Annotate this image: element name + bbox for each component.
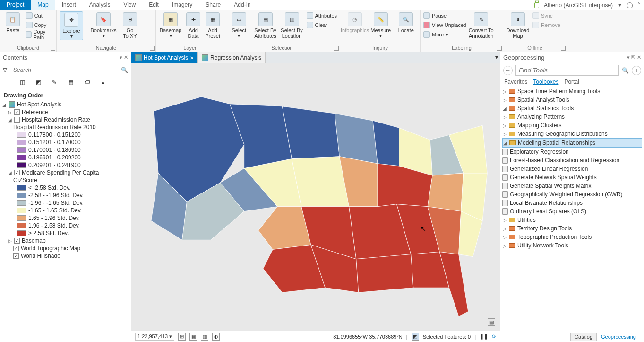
checkbox-icon[interactable]: ✓ bbox=[13, 246, 19, 251]
toolset-utilities[interactable]: ▷Utilities bbox=[502, 216, 642, 224]
autohide-icon[interactable]: ▾ ✕ bbox=[120, 54, 128, 61]
autohide-icon[interactable]: ▾ ⇱ ✕ bbox=[627, 54, 641, 61]
checkbox-icon[interactable]: ✓ bbox=[14, 109, 20, 115]
basemap-topo[interactable]: ✓World Topographic Map bbox=[2, 245, 129, 252]
gp-tool[interactable]: Local Bivariate Relationships bbox=[502, 199, 642, 207]
view-unplaced-button[interactable]: View Unplaced bbox=[423, 21, 466, 29]
cut-button[interactable]: Cut bbox=[26, 11, 53, 20]
contents-search-input[interactable] bbox=[10, 65, 118, 75]
map-tab-regression[interactable]: Regression Analysis bbox=[198, 52, 266, 63]
tab-view[interactable]: View bbox=[117, 0, 142, 10]
add-data-button[interactable]: ✚Add Data bbox=[185, 11, 201, 40]
grid-icon[interactable]: ▦ bbox=[189, 333, 197, 341]
convert-annotation-button[interactable]: ✎Convert To Annotation bbox=[469, 11, 493, 40]
dock-tab-geoprocessing[interactable]: Geoprocessing bbox=[597, 333, 640, 341]
gp-tool[interactable]: Generalized Linear Regression bbox=[502, 165, 642, 173]
bookmarks-button[interactable]: 🔖Bookmarks▾ bbox=[92, 11, 115, 39]
more-labeling-button[interactable]: More▾ bbox=[423, 30, 466, 39]
gp-tool[interactable]: Generate Spatial Weights Matrix bbox=[502, 182, 642, 190]
dock-tab-catalog[interactable]: Catalog bbox=[570, 333, 597, 341]
map-canvas[interactable]: ↖ ▤ bbox=[131, 63, 500, 331]
toolbox-node[interactable]: ▷Utility Network Tools bbox=[502, 241, 642, 250]
toolbox-node[interactable]: ▷Spatial Analyst Tools bbox=[502, 96, 642, 104]
toolbox-node[interactable]: ▷Territory Design Tools bbox=[502, 224, 642, 233]
scale-combo[interactable]: 1:22,957,413 ▾ bbox=[135, 333, 174, 341]
basemap-node[interactable]: ▷✓Basemap bbox=[2, 237, 129, 245]
explore-button[interactable]: ✥Explore▾ bbox=[60, 11, 83, 40]
gp-tool[interactable]: Ordinary Least Squares (OLS) bbox=[502, 207, 642, 216]
toolset-node[interactable]: ▷Mapping Clusters bbox=[502, 121, 642, 130]
tab-insert[interactable]: Insert bbox=[55, 0, 83, 10]
select-by-loc-button[interactable]: ▥Select By Location bbox=[280, 11, 304, 40]
tab-share[interactable]: Share bbox=[199, 0, 227, 10]
map-tab-hotspot[interactable]: Hot Spot Analysis✕ bbox=[131, 52, 198, 63]
map-node[interactable]: ◢Hot Spot Analysis bbox=[2, 101, 129, 108]
labeling-launcher[interactable] bbox=[497, 46, 502, 51]
back-icon[interactable]: ← bbox=[503, 66, 513, 75]
list-labeling-icon[interactable]: 🏷 bbox=[84, 79, 94, 88]
tab-addin[interactable]: Add-In bbox=[227, 0, 257, 10]
remove-button[interactable]: Remove bbox=[532, 21, 560, 29]
toolbox-node[interactable]: ▷Space Time Pattern Mining Tools bbox=[502, 87, 642, 96]
snap-icon[interactable]: ⊞ bbox=[178, 333, 186, 341]
gp-tool[interactable]: Forest-based Classification and Regressi… bbox=[502, 156, 642, 165]
copy-button[interactable]: Copy bbox=[26, 21, 53, 29]
collapse-ribbon-icon[interactable]: ˄ bbox=[637, 2, 640, 9]
pause-draw-icon[interactable]: ❚❚ bbox=[480, 333, 488, 340]
checkbox-icon[interactable]: ✓ bbox=[14, 238, 20, 244]
copypath-button[interactable]: Copy Path bbox=[26, 30, 53, 39]
gp-tab-toolboxes[interactable]: Toolboxes bbox=[533, 79, 558, 85]
tab-map[interactable]: Map bbox=[31, 0, 55, 10]
gp-tool[interactable]: Generate Network Spatial Weights bbox=[502, 173, 642, 182]
navigate-launcher[interactable] bbox=[150, 46, 155, 51]
dynamic-icon[interactable]: ▥ bbox=[201, 333, 208, 341]
constraint-icon[interactable]: ▤ bbox=[488, 318, 495, 326]
attributes-button[interactable]: Attributes bbox=[307, 11, 337, 20]
selection-launcher[interactable] bbox=[334, 46, 339, 51]
list-editing-icon[interactable]: ✎ bbox=[52, 79, 61, 88]
infographics-button[interactable]: ◔Infographics bbox=[343, 11, 367, 34]
gp-tool[interactable]: Geographically Weighted Regression (GWR) bbox=[502, 190, 642, 199]
locate-button[interactable]: 🔍Locate bbox=[395, 11, 418, 34]
bell-icon[interactable] bbox=[627, 2, 633, 8]
tab-imagery[interactable]: Imagery bbox=[165, 0, 199, 10]
list-perspective-icon[interactable]: ▲ bbox=[100, 79, 110, 88]
toolset-node[interactable]: ▷Measuring Geographic Distributions bbox=[502, 130, 642, 138]
download-map-button[interactable]: ⬇Download Map bbox=[506, 11, 530, 40]
add-preset-button[interactable]: ▦Add Preset bbox=[204, 11, 221, 40]
list-selection-icon[interactable]: ◩ bbox=[36, 79, 45, 88]
reference-node[interactable]: ▷✓Reference bbox=[2, 108, 129, 116]
tab-edit[interactable]: Edit bbox=[142, 0, 165, 10]
checkbox-icon[interactable]: ✓ bbox=[13, 253, 19, 259]
clear-button[interactable]: Clear bbox=[307, 21, 337, 29]
search-icon[interactable]: 🔍 bbox=[121, 67, 128, 73]
add-toolbox-icon[interactable]: + bbox=[632, 66, 641, 75]
select-by-attr-button[interactable]: ▤Select By Attributes bbox=[254, 11, 277, 40]
list-drawing-order-icon[interactable]: ≣ bbox=[4, 79, 13, 88]
list-source-icon[interactable]: ◫ bbox=[20, 79, 29, 88]
gp-search-input[interactable] bbox=[515, 65, 619, 76]
measure-button[interactable]: 📏Measure▾ bbox=[369, 11, 392, 39]
checkbox-icon[interactable]: ✓ bbox=[14, 170, 20, 175]
toolbox-node[interactable]: ▷Topographic Production Tools bbox=[502, 233, 642, 241]
selection-chip-icon[interactable]: ◩ bbox=[412, 333, 419, 341]
toolset-modeling-spatial-relationships[interactable]: ◢Modeling Spatial Relationships bbox=[502, 138, 642, 148]
basemap-hillshade[interactable]: ✓World Hillshade bbox=[2, 252, 129, 260]
layer-medicare-spending[interactable]: ◢✓Medicare Spending Per Capita bbox=[2, 169, 129, 176]
gp-tab-favorites[interactable]: Favorites bbox=[504, 79, 527, 85]
gp-tab-portal[interactable]: Portal bbox=[564, 79, 579, 85]
pause-labeling-button[interactable]: Pause bbox=[423, 11, 466, 20]
map-menu-icon[interactable]: ▾ bbox=[493, 52, 500, 63]
offline-launcher[interactable] bbox=[561, 46, 566, 51]
tab-analysis[interactable]: Analysis bbox=[83, 0, 117, 10]
basemap-button[interactable]: ▦Basemap▾ bbox=[159, 11, 182, 39]
sync-button[interactable]: Sync bbox=[532, 11, 560, 20]
list-snapping-icon[interactable]: ▦ bbox=[68, 79, 77, 88]
close-icon[interactable]: ✕ bbox=[190, 55, 194, 61]
goto-xy-button[interactable]: ⊕Go To XY bbox=[118, 11, 142, 40]
refresh-icon[interactable]: ⟳ bbox=[492, 333, 496, 340]
select-button[interactable]: ▭Select▾ bbox=[227, 11, 251, 39]
toolbox-node[interactable]: ◢Spatial Statistics Tools bbox=[502, 104, 642, 113]
corrections-icon[interactable]: ◐ bbox=[212, 333, 220, 341]
user-area[interactable]: Alberto (ArcGIS Enterprise) ▼ ˄ bbox=[534, 0, 644, 10]
